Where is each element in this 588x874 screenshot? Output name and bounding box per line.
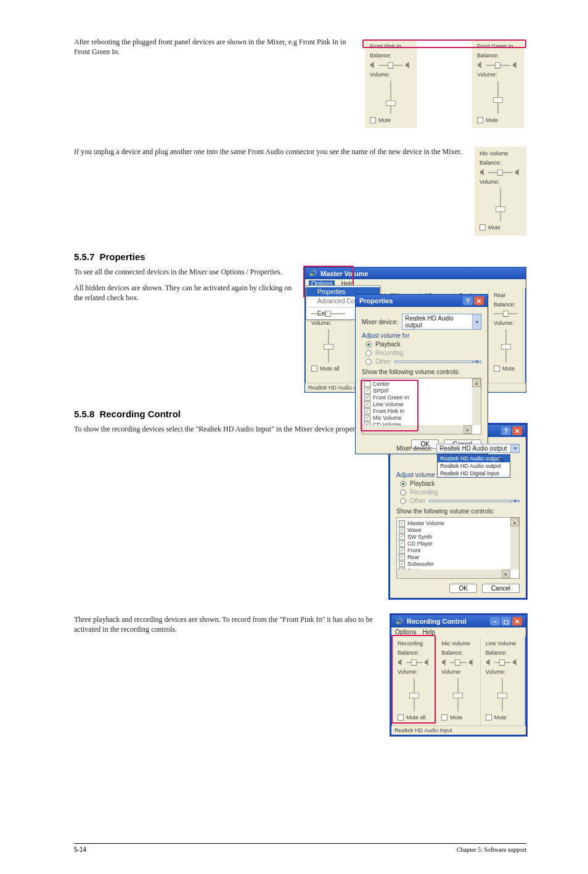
- balance-label: Balance:: [486, 650, 507, 656]
- maximize-button[interactable]: ◻: [501, 617, 511, 626]
- list-item[interactable]: CD Player: [399, 541, 517, 547]
- mixer-device-combo[interactable]: Realtek HD Audio output ▾ Realtek HD Aud…: [436, 444, 520, 453]
- mute-checkbox[interactable]: [398, 714, 404, 721]
- list-item[interactable]: Line Volume: [364, 401, 479, 407]
- volume-slider[interactable]: [451, 678, 465, 711]
- close-button[interactable]: ✕: [512, 617, 522, 626]
- page-footer: 5-14 Chapter 5: Software support: [74, 843, 526, 853]
- radio-playback[interactable]: [400, 481, 406, 487]
- close-button[interactable]: ✕: [512, 427, 522, 435]
- scroll-right-icon[interactable]: ▸: [502, 570, 510, 578]
- checkbox[interactable]: [364, 394, 370, 401]
- cancel-button[interactable]: Cancel: [482, 584, 520, 593]
- show-label: Show the following volume controls:: [362, 369, 481, 375]
- other-combo: ▾: [394, 361, 481, 363]
- volume-controls-listbox[interactable]: Master VolumeWaveSW SynthCD PlayerFrontR…: [396, 517, 520, 579]
- volume-slider[interactable]: [499, 329, 513, 362]
- volume-controls-listbox[interactable]: CenterSPDIFFront Green InLine VolumeFron…: [362, 378, 481, 435]
- list-item[interactable]: Rear: [399, 554, 517, 560]
- list-item-label: Center: [373, 381, 390, 387]
- checkbox[interactable]: [399, 561, 405, 567]
- balance-slider[interactable]: [406, 660, 422, 666]
- volume-label: Volume:: [486, 669, 506, 675]
- list-item-label: Subwoofer: [407, 561, 434, 567]
- sec3-body1: To see all the connected devices in the …: [74, 267, 293, 277]
- scroll-up-icon[interactable]: ▴: [472, 378, 481, 387]
- mixer-device-combo[interactable]: Realtek HD Audio output ▾: [402, 314, 481, 330]
- vol-strip-mic: Mic Volume Balance: Volume: Mute: [475, 147, 526, 235]
- mute-checkbox[interactable]: [311, 366, 317, 372]
- mute-checkbox[interactable]: [441, 714, 447, 721]
- mute-checkbox[interactable]: [494, 366, 500, 372]
- list-item[interactable]: Front: [399, 547, 517, 553]
- volume-slider[interactable]: [407, 678, 421, 711]
- balance-slider[interactable]: [494, 311, 518, 317]
- scroll-up-icon[interactable]: ▴: [510, 518, 519, 526]
- balance-label: Balance:: [441, 650, 463, 656]
- balance-slider[interactable]: [494, 660, 510, 666]
- menu-help[interactable]: Help: [422, 629, 435, 635]
- volume-slider[interactable]: [384, 81, 398, 114]
- speaker-left-icon: [480, 169, 486, 176]
- minimize-button[interactable]: –: [490, 617, 500, 626]
- checkbox[interactable]: [399, 534, 405, 540]
- checkbox[interactable]: [399, 527, 405, 533]
- mute-checkbox[interactable]: [477, 117, 483, 123]
- list-item-label: Master Volume: [407, 520, 444, 526]
- list-item[interactable]: Front Green In: [364, 394, 479, 401]
- volume-slider[interactable]: [322, 329, 335, 362]
- radio-playback[interactable]: [365, 341, 372, 348]
- balance-slider[interactable]: [450, 660, 466, 666]
- volume-slider[interactable]: [494, 188, 507, 221]
- mute-checkbox[interactable]: [480, 224, 486, 231]
- mute-checkbox[interactable]: [370, 117, 376, 123]
- list-item[interactable]: SPDIF: [364, 388, 479, 394]
- sec4-body2: Three playback and recording devices are…: [74, 615, 380, 634]
- checkbox[interactable]: [399, 520, 405, 526]
- checkbox[interactable]: [399, 547, 405, 553]
- chapter-label: Chapter 5: Software support: [457, 846, 526, 853]
- balance-slider[interactable]: [311, 311, 345, 317]
- list-item[interactable]: Master Volume: [399, 520, 517, 526]
- help-button[interactable]: ?: [463, 296, 473, 305]
- checkbox[interactable]: [364, 401, 370, 407]
- window-title-icon: 🔊: [395, 618, 404, 626]
- menu-options[interactable]: Options: [395, 629, 416, 635]
- list-item-label: Line Volume: [373, 401, 404, 407]
- checkbox[interactable]: [364, 381, 370, 387]
- mute-checkbox[interactable]: [486, 714, 492, 721]
- list-item[interactable]: SW Synth: [399, 534, 517, 540]
- window-title-icon: 🔊: [309, 269, 317, 277]
- volume-slider[interactable]: [491, 81, 505, 114]
- window-recording-control: 🔊 Recording Control – ◻ ✕ Options Help R…: [391, 615, 526, 735]
- list-item[interactable]: Front Pink In: [364, 408, 479, 414]
- help-button[interactable]: ?: [501, 427, 511, 435]
- mixer-device-label: Mixer device:: [362, 319, 398, 325]
- mute-label: Mute all: [320, 366, 340, 372]
- strip-title: Mic Volume: [480, 150, 508, 157]
- radio-playback-label: Playback: [410, 480, 435, 487]
- mute-label: Mute: [494, 714, 507, 721]
- ok-button[interactable]: OK: [449, 584, 476, 593]
- scroll-right-icon[interactable]: ▸: [463, 425, 472, 434]
- checkbox[interactable]: [399, 541, 405, 547]
- dropdown-item[interactable]: Realtek HD Digital input: [438, 470, 510, 477]
- checkbox[interactable]: [364, 388, 370, 394]
- list-item[interactable]: Mic Volume: [364, 415, 479, 421]
- checkbox[interactable]: [399, 554, 405, 560]
- balance-slider[interactable]: [488, 169, 513, 176]
- checkbox[interactable]: [364, 415, 370, 421]
- strip-title: Front Green In: [477, 43, 513, 49]
- list-item[interactable]: Center: [364, 381, 479, 387]
- list-item[interactable]: Subwoofer: [399, 561, 517, 567]
- radio-other: [400, 498, 406, 504]
- balance-slider[interactable]: [378, 62, 403, 68]
- dialog-title: Properties: [359, 297, 393, 304]
- volume-slider[interactable]: [496, 678, 509, 711]
- list-item[interactable]: Wave: [399, 527, 517, 533]
- balance-slider[interactable]: [486, 62, 510, 68]
- balance-label: Balance:: [480, 160, 501, 166]
- checkbox[interactable]: [364, 408, 370, 414]
- close-button[interactable]: ✕: [474, 296, 484, 305]
- speaker-left-icon: [441, 659, 448, 666]
